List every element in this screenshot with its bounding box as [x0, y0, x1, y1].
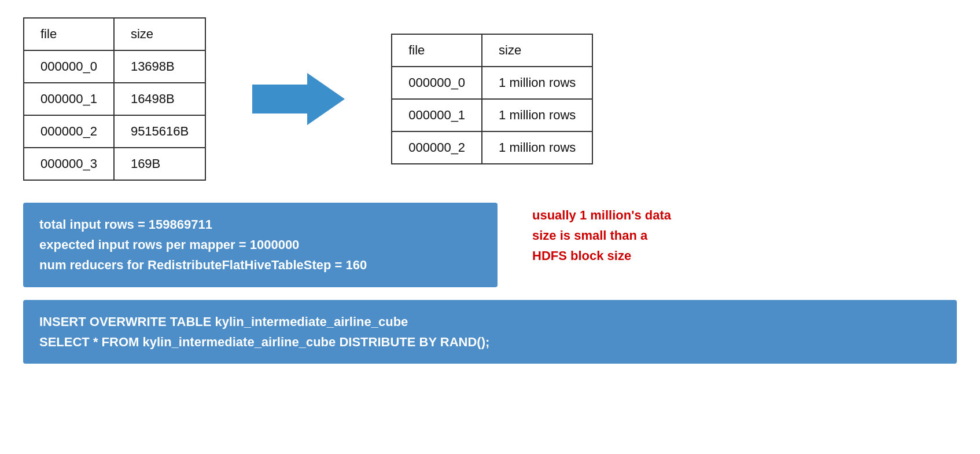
- right-table-header-file: file: [392, 34, 482, 67]
- table-cell: 000000_0: [392, 67, 482, 99]
- svg-marker-0: [252, 73, 345, 125]
- table-cell: 1 million rows: [482, 67, 592, 99]
- left-table-header-file: file: [24, 18, 114, 50]
- arrow-container: [252, 70, 345, 128]
- info-line3: num reducers for RedistributeFlatHiveTab…: [39, 255, 481, 275]
- right-table: file size 000000_01 million rows000000_1…: [391, 34, 593, 164]
- sql-box: INSERT OVERWRITE TABLE kylin_intermediat…: [23, 300, 957, 364]
- info-line2: expected input rows per mapper = 1000000: [39, 235, 481, 255]
- bottom-boxes: total input rows = 159869711 expected in…: [23, 203, 957, 364]
- table-row: 000000_013698B: [24, 50, 205, 83]
- note-line2: size is small than a: [532, 225, 671, 246]
- table-cell: 000000_2: [392, 131, 482, 164]
- right-table-header-size: size: [482, 34, 592, 67]
- info-box: total input rows = 159869711 expected in…: [23, 203, 498, 287]
- table-row: 000000_116498B: [24, 83, 205, 115]
- arrow-icon: [252, 70, 345, 128]
- table-cell: 000000_1: [24, 83, 114, 115]
- table-cell: 000000_2: [24, 115, 114, 148]
- left-table-header-size: size: [114, 18, 205, 50]
- sql-line1: INSERT OVERWRITE TABLE kylin_intermediat…: [39, 312, 941, 332]
- table-row: 000000_21 million rows: [392, 131, 592, 164]
- tables-and-arrow: file size 000000_013698B000000_116498B00…: [23, 17, 957, 181]
- table-cell: 1 million rows: [482, 131, 592, 164]
- left-table: file size 000000_013698B000000_116498B00…: [23, 17, 206, 181]
- note-line3: HDFS block size: [532, 246, 671, 266]
- table-cell: 000000_3: [24, 148, 114, 180]
- table-row: 000000_29515616B: [24, 115, 205, 148]
- table-cell: 169B: [114, 148, 205, 180]
- table-cell: 000000_0: [24, 50, 114, 83]
- table-cell: 16498B: [114, 83, 205, 115]
- table-row: 000000_01 million rows: [392, 67, 592, 99]
- main-container: file size 000000_013698B000000_116498B00…: [0, 0, 980, 454]
- table-cell: 13698B: [114, 50, 205, 83]
- sql-line2: SELECT * FROM kylin_intermediate_airline…: [39, 332, 941, 352]
- table-cell: 1 million rows: [482, 99, 592, 131]
- table-row: 000000_3169B: [24, 148, 205, 180]
- note-text: usually 1 million's data size is small t…: [532, 203, 671, 266]
- info-line1: total input rows = 159869711: [39, 214, 481, 235]
- table-row: 000000_11 million rows: [392, 99, 592, 131]
- note-line1: usually 1 million's data: [532, 205, 671, 225]
- info-row: total input rows = 159869711 expected in…: [23, 203, 957, 287]
- table-cell: 9515616B: [114, 115, 205, 148]
- table-cell: 000000_1: [392, 99, 482, 131]
